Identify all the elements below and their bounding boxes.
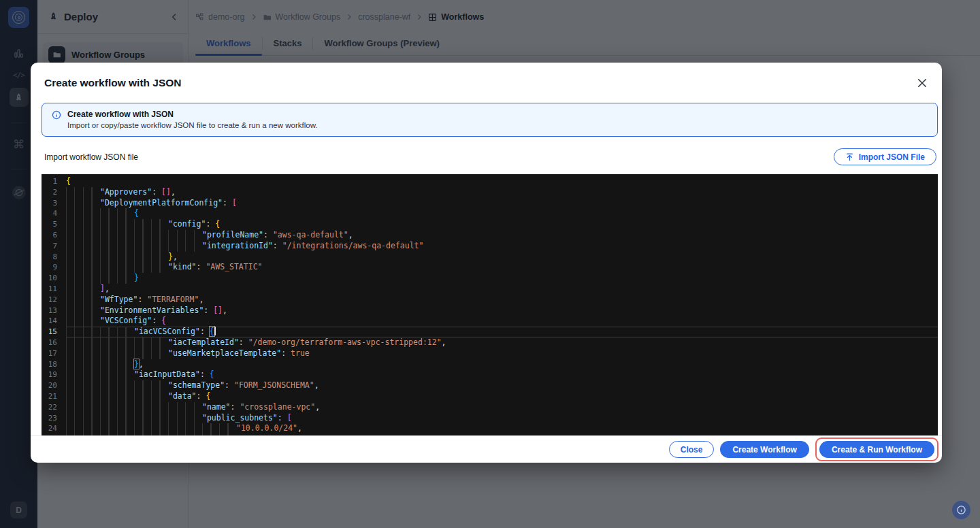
text-cursor (214, 327, 216, 335)
line-number: 23 (42, 413, 66, 424)
line-number: 6 (42, 230, 66, 241)
code-line[interactable]: 12"WfType": "TERRAFORM", (42, 295, 938, 306)
upload-icon (845, 152, 854, 161)
code-line[interactable]: 1{ (42, 176, 938, 187)
line-number: 4 (42, 208, 66, 219)
banner-title: Create workflow with JSON (67, 110, 318, 120)
close-icon[interactable] (913, 74, 931, 92)
line-number: 17 (42, 348, 66, 359)
code-line[interactable]: 9"kind": "AWS_STATIC" (42, 262, 938, 273)
info-icon (52, 110, 61, 130)
modal-title: Create workflow with JSON (44, 77, 913, 89)
line-number: 10 (42, 273, 66, 284)
line-number: 22 (42, 402, 66, 413)
line-number: 1 (42, 176, 66, 187)
code-line[interactable]: 18}, (42, 359, 938, 370)
banner-description: Import or copy/paste workflow JSON file … (67, 120, 318, 131)
modal-footer: Close Create Workflow Create & Run Workf… (31, 435, 942, 463)
code-line[interactable]: 15"iacVCSConfig": { (42, 327, 938, 337)
info-icon (956, 505, 966, 515)
code-line[interactable]: 14"VCSConfig": { (42, 316, 938, 327)
code-line[interactable]: 5"config": { (42, 219, 938, 230)
code-line[interactable]: 8}, (42, 252, 938, 263)
code-line[interactable]: 10} (42, 273, 938, 284)
line-number: 20 (42, 380, 66, 391)
line-number: 9 (42, 262, 66, 273)
close-button[interactable]: Close (669, 441, 715, 458)
code-line[interactable]: 23"public_subnets": [ (42, 413, 938, 424)
code-line[interactable]: 20"schemaType": "FORM_JSONSCHEMA", (42, 380, 938, 391)
code-line[interactable]: 21"data": { (42, 391, 938, 402)
code-line[interactable]: 7"integrationId": "/integrations/aws-qa-… (42, 241, 938, 252)
code-line[interactable]: 24"10.0.0.0/24", (42, 423, 938, 434)
create-workflow-button[interactable]: Create Workflow (720, 441, 808, 458)
import-json-label: Import workflow JSON file (44, 152, 834, 162)
line-number: 13 (42, 306, 66, 316)
line-number: 21 (42, 391, 66, 402)
code-line[interactable]: 11], (42, 284, 938, 295)
line-number: 15 (42, 327, 66, 337)
help-button[interactable] (952, 501, 970, 519)
create-run-workflow-button[interactable]: Create & Run Workflow (819, 441, 934, 458)
line-number: 14 (42, 316, 66, 327)
code-line[interactable]: 13"EnvironmentVariables": [], (42, 306, 938, 316)
line-number: 24 (42, 423, 66, 434)
line-number: 5 (42, 219, 66, 230)
annotation-highlight-box: Create & Run Workflow (815, 438, 938, 461)
line-number: 2 (42, 187, 66, 198)
line-number: 12 (42, 295, 66, 306)
code-line[interactable]: 19"iacInputData": { (42, 369, 938, 380)
code-line[interactable]: 3"DeploymentPlatformConfig": [ (42, 198, 938, 209)
code-line[interactable]: 22"name": "crossplane-vpc", (42, 402, 938, 413)
code-line[interactable]: 6"profileName": "aws-qa-default", (42, 230, 938, 241)
import-json-file-button[interactable]: Import JSON File (834, 148, 936, 165)
line-number: 7 (42, 241, 66, 252)
code-line[interactable]: 17"useMarketplaceTemplate": true (42, 348, 938, 359)
code-line[interactable]: 16"iacTemplateId": "/demo-org/terraform-… (42, 337, 938, 348)
code-line[interactable]: 4{ (42, 208, 938, 219)
info-banner: Create workflow with JSON Import or copy… (42, 103, 938, 137)
line-number: 8 (42, 252, 66, 263)
line-number: 11 (42, 284, 66, 295)
json-code-editor[interactable]: 1{2"Approvers": [],3"DeploymentPlatformC… (42, 174, 938, 436)
code-line[interactable]: 2"Approvers": [], (42, 187, 938, 198)
line-number: 19 (42, 369, 66, 380)
line-number: 3 (42, 198, 66, 209)
line-number: 18 (42, 359, 66, 370)
line-number: 16 (42, 337, 66, 348)
create-workflow-json-modal: Create workflow with JSON Create workflo… (31, 63, 942, 463)
